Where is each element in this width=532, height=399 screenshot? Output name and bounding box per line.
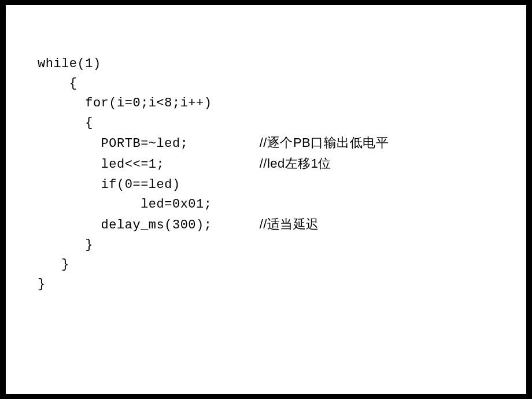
- slide-container: while(1) { for(i=0;i<8;i++) { PORTB=~led…: [6, 5, 526, 394]
- code-line-4: {: [38, 116, 93, 130]
- code-line-9-comment: //适当延迟: [260, 217, 319, 231]
- code-line-5-comment: //逐个PB口输出低电平: [260, 135, 389, 150]
- code-line-5-code: PORTB=~led;: [38, 136, 188, 151]
- code-line-12: }: [38, 277, 46, 291]
- code-line-11: }: [38, 257, 69, 272]
- code-line-10: }: [38, 238, 93, 252]
- code-block: while(1) { for(i=0;i<8;i++) { PORTB=~led…: [38, 54, 526, 294]
- code-line-6-code: led<<=1;: [38, 157, 164, 172]
- code-line-6-comment: //led左移1位: [260, 156, 331, 171]
- code-line-3: for(i=0;i<8;i++): [38, 96, 212, 110]
- code-line-2: {: [38, 76, 77, 91]
- code-line-8: led=0x01;: [38, 197, 212, 212]
- code-line-1: while(1): [38, 57, 101, 71]
- code-line-9-code: delay_ms(300);: [38, 218, 212, 232]
- code-line-7: if(0==led): [38, 178, 180, 192]
